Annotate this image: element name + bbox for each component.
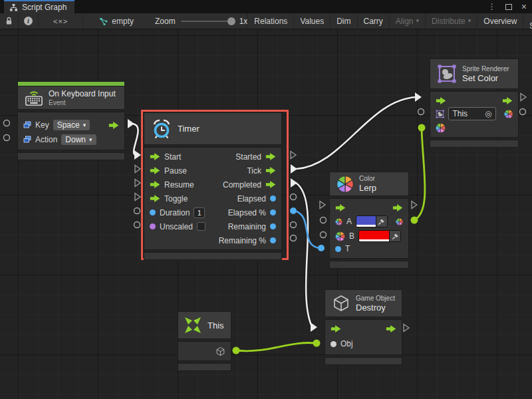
port-destroy-flow-out[interactable] (404, 325, 409, 332)
port-lerp-color-out[interactable] (411, 217, 418, 224)
zoom-slider[interactable] (181, 21, 234, 22)
node-set-color[interactable]: Sprite Renderer Set Color This ◎ (430, 59, 519, 148)
target-object-field[interactable]: This ◎ (448, 107, 495, 120)
port-timer-elapsed-out[interactable] (291, 194, 297, 200)
node-timer[interactable]: Timer Start Started Pause Tick (144, 112, 282, 260)
chevron-down-icon: ▾ (468, 18, 471, 24)
value-port-dot (270, 196, 276, 201)
wire-lerp-color-to-setcolor-color[interactable] (414, 129, 425, 220)
object-picker-icon[interactable]: ◎ (485, 109, 491, 118)
remaining-port-label: Remaining (228, 222, 266, 231)
carry-button[interactable]: Carry (358, 13, 390, 29)
node-header[interactable]: Timer (144, 112, 282, 145)
flow-out-arrow-icon (502, 97, 513, 104)
port-timer-elapsedpct-out[interactable] (290, 207, 297, 214)
lock-button[interactable] (0, 13, 19, 29)
port-lerp-a-in[interactable] (321, 217, 327, 223)
port-setcolor-this-in[interactable] (418, 109, 424, 115)
port-timer-start-in[interactable] (134, 150, 141, 160)
zoom-slider-handle[interactable] (227, 17, 235, 25)
node-color-lerp[interactable]: Color Lerp A (329, 172, 409, 269)
color-out-icon (396, 217, 403, 227)
flow-in-arrow-icon (150, 153, 160, 160)
value-port-dot (270, 209, 276, 215)
port-timer-unscaled-in[interactable] (134, 222, 140, 228)
port-lerp-t-in[interactable] (318, 245, 325, 251)
port-keyboard-key-in[interactable] (4, 120, 10, 126)
port-timer-toggle-in[interactable] (135, 194, 140, 201)
port-setcolor-flow-in[interactable] (415, 92, 422, 102)
node-destroy[interactable]: Game Object Destroy Obj (325, 289, 402, 365)
port-setcolor-color-in[interactable] (418, 124, 426, 132)
wire-timer-completed-to-destroy[interactable] (296, 183, 312, 327)
duration-input[interactable]: 1 (194, 207, 205, 218)
port-timer-resume-in[interactable] (135, 180, 140, 187)
node-header[interactable]: Color Lerp (329, 172, 409, 196)
key-dropdown[interactable]: Space ▾ (53, 120, 90, 130)
port-keyboard-flow-out[interactable] (128, 119, 134, 128)
overview-button[interactable]: Overview (477, 13, 523, 29)
dim-button[interactable]: Dim (331, 13, 357, 29)
node-header[interactable]: On Keyboard Input Event (17, 86, 125, 110)
window-maximize-icon[interactable] (505, 4, 512, 10)
color-a-field[interactable] (356, 215, 388, 227)
port-timer-duration-in[interactable] (134, 208, 140, 214)
tab-script-graph[interactable]: Script Graph (4, 0, 74, 13)
relations-button[interactable]: Relations (247, 13, 294, 29)
value-port-dot (270, 223, 276, 229)
window-menu-icon[interactable]: ⋮ (488, 2, 496, 11)
node-this[interactable]: This (178, 311, 231, 371)
node-header[interactable]: Game Object Destroy (325, 289, 402, 317)
port-keyboard-action-in[interactable] (4, 135, 10, 141)
port-timer-pause-in[interactable] (135, 166, 140, 173)
node-footer (329, 261, 409, 269)
node-title: Destroy (356, 303, 395, 313)
action-dropdown[interactable]: Down ▾ (61, 134, 96, 145)
tick-port-label: Tick (247, 166, 261, 176)
color-b-field[interactable] (358, 230, 401, 242)
port-timer-remaining-out[interactable] (291, 222, 297, 228)
full-screen-button[interactable]: Full Screen (523, 13, 532, 29)
port-destroy-obj-in[interactable] (313, 340, 321, 347)
wire-keyboard-to-timer-start[interactable] (132, 124, 138, 155)
resume-port-label: Resume (164, 180, 194, 190)
window-close-icon[interactable]: × (521, 2, 527, 11)
node-header[interactable]: This (178, 311, 231, 339)
port-lerp-flow-in[interactable] (320, 201, 325, 209)
graph-breadcrumb[interactable]: empty (92, 13, 140, 29)
port-timer-tick-out[interactable] (291, 164, 297, 174)
node-category: Game Object (356, 295, 395, 302)
wire-this-to-destroy-obj[interactable] (237, 342, 315, 350)
graph-canvas[interactable]: On Keyboard Input Event Key Space ▾ (0, 29, 532, 399)
node-title: Set Color (462, 73, 509, 83)
flow-in-arrow-icon (150, 167, 160, 174)
event-color-bar (17, 81, 125, 86)
color-a-swatch[interactable] (356, 216, 376, 227)
started-port-label: Started (235, 152, 261, 162)
eyedropper-button[interactable] (389, 231, 400, 241)
port-destroy-flow-in[interactable] (311, 323, 317, 332)
node-header[interactable]: Sprite Renderer Set Color (430, 59, 519, 89)
port-timer-remainingpct-out[interactable] (291, 235, 297, 241)
script-graph-icon (9, 3, 18, 12)
color-b-swatch[interactable] (359, 231, 389, 241)
port-lerp-b-in[interactable] (321, 232, 327, 238)
value-port-dot (335, 246, 341, 252)
port-setcolor-value-out[interactable] (520, 109, 526, 115)
align-button[interactable]: Align ▾ (390, 13, 426, 29)
node-on-keyboard-input[interactable]: On Keyboard Input Event Key Space ▾ (17, 81, 125, 160)
wire-timer-tick-to-setcolor[interactable] (296, 97, 416, 169)
code-view-button[interactable]: <×> (39, 13, 83, 29)
port-timer-completed-out[interactable] (291, 178, 297, 188)
info-button[interactable]: i (19, 13, 39, 29)
port-setcolor-flow-out[interactable] (521, 94, 526, 101)
port-this-out[interactable] (233, 347, 240, 354)
port-timer-started-out[interactable] (291, 152, 296, 159)
values-button[interactable]: Values (294, 13, 331, 29)
eyedropper-button[interactable] (376, 216, 387, 227)
unscaled-checkbox[interactable] (197, 222, 205, 231)
port-lerp-flow-out[interactable] (412, 201, 417, 209)
eyedropper-icon (378, 218, 385, 225)
distribute-button[interactable]: Distribute ▾ (426, 13, 477, 29)
color-port-icon (335, 231, 345, 241)
